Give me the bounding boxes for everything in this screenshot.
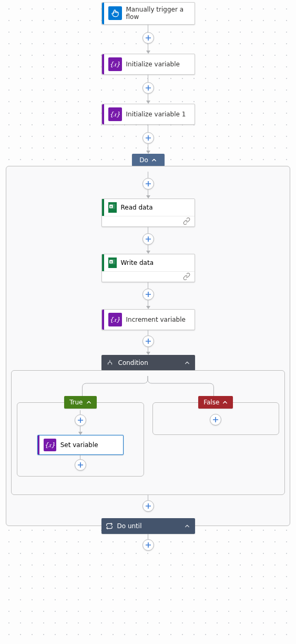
plus-icon [145, 236, 151, 242]
accent-bar [102, 54, 104, 74]
variable-icon: {𝑥} [108, 57, 122, 71]
condition-scope: True {𝑥} Set variable [11, 370, 285, 495]
plus-icon [145, 135, 151, 141]
init-var-1-label: Initialize variable 1 [126, 111, 190, 118]
accent-bar [38, 435, 39, 454]
plus-icon [145, 291, 151, 298]
chevron-up-icon [222, 400, 228, 405]
true-header[interactable]: True [64, 396, 97, 409]
chevron-up-icon [86, 400, 91, 405]
do-header[interactable]: Do [132, 154, 165, 166]
initialize-variable-card[interactable]: {𝑥} Initialize variable [101, 54, 195, 75]
plus-icon [145, 85, 151, 91]
increment-variable-card[interactable]: {𝑥} Increment variable [101, 309, 195, 330]
plus-icon [145, 338, 151, 344]
plus-icon [145, 542, 151, 548]
variable-icon: {𝑥} [108, 313, 122, 326]
add-step-button[interactable] [142, 539, 154, 551]
trigger-label: Manually trigger a flow [126, 6, 190, 21]
branch-connector [17, 376, 279, 397]
connector [142, 172, 154, 199]
plus-icon [145, 503, 151, 509]
add-step-button[interactable] [210, 414, 221, 425]
add-step-button[interactable] [142, 32, 154, 44]
false-header[interactable]: False [198, 396, 233, 409]
do-scope: x Read data x Write data [6, 166, 290, 526]
accent-bar [102, 310, 104, 330]
excel-icon: x [108, 257, 117, 268]
condition-header[interactable]: Condition [101, 355, 195, 371]
add-step-button[interactable] [75, 414, 86, 426]
svg-text:x: x [110, 205, 112, 208]
plus-icon [145, 181, 151, 187]
initialize-variable-1-card[interactable]: {𝑥} Initialize variable 1 [101, 104, 195, 125]
do-until-label: Do until [117, 522, 180, 530]
true-label: True [69, 399, 83, 406]
condition-icon [106, 359, 114, 367]
variable-icon: {𝑥} [108, 107, 122, 121]
connector [142, 25, 154, 54]
add-step-button[interactable] [142, 82, 154, 94]
connector [142, 125, 154, 154]
plus-icon [145, 35, 151, 41]
variable-icon: {𝑥} [44, 439, 56, 451]
do-label: Do [139, 156, 148, 164]
true-branch-box: {𝑥} Set variable [17, 402, 144, 477]
plus-icon [77, 462, 84, 468]
touch-icon [108, 6, 122, 20]
link-icon [183, 217, 190, 225]
read-data-card[interactable]: x Read data [101, 199, 195, 227]
set-var-label: Set variable [60, 441, 98, 449]
accent-bar [102, 3, 104, 24]
true-branch: True {𝑥} Set variable [17, 396, 144, 477]
condition-label: Condition [118, 359, 180, 366]
do-until-header[interactable]: Do until [101, 518, 195, 534]
add-step-button[interactable] [142, 233, 154, 245]
add-step-button[interactable] [75, 459, 86, 471]
chevron-up-icon [185, 523, 190, 529]
plus-icon [212, 417, 219, 423]
svg-text:x: x [110, 260, 112, 263]
excel-icon: x [108, 202, 117, 213]
add-step-button[interactable] [142, 178, 154, 190]
increment-var-label: Increment variable [126, 316, 190, 323]
connector [142, 534, 154, 551]
false-branch: False [152, 396, 280, 435]
accent-bar [102, 104, 104, 124]
connector [142, 282, 154, 309]
plus-icon [77, 417, 84, 423]
chevron-up-icon [151, 157, 157, 163]
add-step-button[interactable] [142, 132, 154, 144]
set-variable-card[interactable]: {𝑥} Set variable [37, 435, 124, 455]
trigger-card[interactable]: Manually trigger a flow [101, 2, 195, 25]
chevron-up-icon [185, 360, 190, 365]
connector [142, 495, 154, 512]
read-data-label: Read data [121, 204, 153, 211]
connector [75, 410, 86, 435]
connector [142, 227, 154, 254]
init-var-label: Initialize variable [126, 61, 190, 68]
accent-bar [102, 254, 104, 271]
add-step-button[interactable] [142, 335, 154, 347]
connector [142, 330, 154, 355]
accent-bar [102, 199, 104, 216]
loop-icon [106, 522, 113, 530]
connector [75, 455, 86, 471]
link-icon [183, 273, 190, 280]
write-data-card[interactable]: x Write data [101, 254, 195, 282]
false-label: False [203, 399, 219, 406]
connector [142, 75, 154, 104]
write-data-label: Write data [121, 259, 154, 266]
add-step-button[interactable] [142, 289, 154, 300]
add-step-button[interactable] [142, 500, 154, 512]
